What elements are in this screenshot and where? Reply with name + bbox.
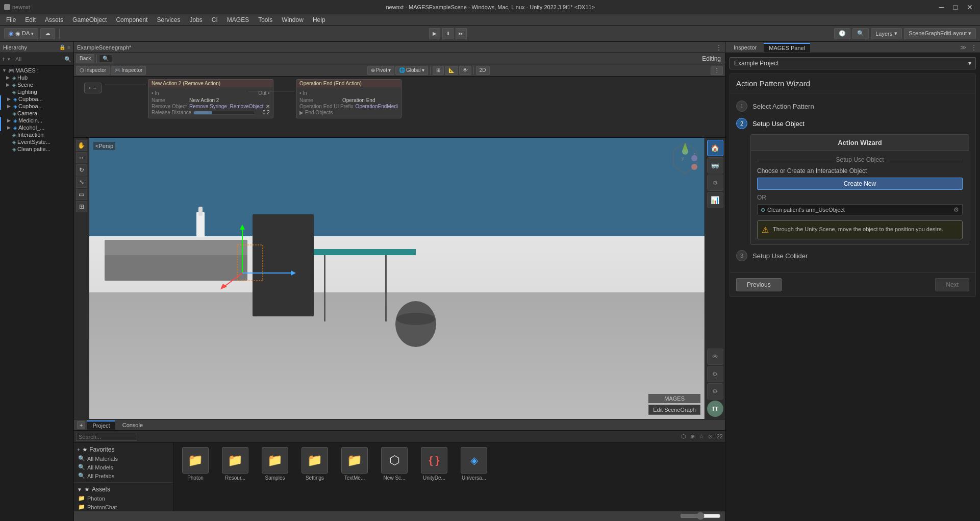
menu-tools[interactable]: Tools bbox=[254, 15, 277, 24]
menu-edit[interactable]: Edit bbox=[21, 15, 40, 24]
play-button[interactable]: ▶ bbox=[429, 28, 440, 39]
tab-console[interactable]: Console bbox=[117, 421, 148, 429]
object-gear-icon[interactable]: ⚙ bbox=[953, 206, 959, 213]
hierarchy-add-icon[interactable]: + bbox=[2, 56, 6, 63]
snap-btn[interactable]: 📐 bbox=[445, 66, 458, 75]
menu-services[interactable]: Services bbox=[153, 15, 184, 24]
analytics-side-btn[interactable]: 📊 bbox=[707, 192, 723, 208]
bottom-add-btn[interactable]: + bbox=[77, 421, 85, 429]
scene-tab-game[interactable]: 🎮 Inspector bbox=[111, 66, 146, 75]
filter-icon[interactable]: ⊕ bbox=[690, 433, 695, 440]
asset-tile-textmesh[interactable]: 📁 TextMe... bbox=[337, 447, 372, 481]
eye-icon[interactable]: ⊙ bbox=[708, 433, 713, 440]
user-avatar[interactable]: TT bbox=[707, 401, 723, 417]
preview-icon[interactable]: ⬡ bbox=[681, 433, 686, 440]
scene-viewport[interactable]: y z x <Persp bbox=[89, 138, 705, 419]
graph-side-btn[interactable]: ⚙ bbox=[707, 175, 723, 191]
layout-dropdown[interactable]: SceneGraphEditLayout ▾ bbox=[904, 28, 976, 39]
node-card-operation-end[interactable]: Operation End (End Action) • In Name Ope… bbox=[296, 79, 401, 118]
tab-inspector[interactable]: Inspector bbox=[728, 43, 762, 52]
asset-photonchat[interactable]: 📁 PhotonChat bbox=[74, 503, 173, 511]
hierarchy-search[interactable] bbox=[12, 54, 62, 64]
create-new-button[interactable]: Create New bbox=[757, 178, 963, 190]
tree-item-lighting[interactable]: ◈ Lighting bbox=[0, 88, 73, 95]
previous-button[interactable]: Previous bbox=[736, 278, 782, 291]
asset-tile-newscript[interactable]: ⬡ New Sc... bbox=[376, 447, 412, 481]
tab-project[interactable]: Project bbox=[87, 420, 115, 430]
tree-item-cupboard2[interactable]: ▶ ◈ Cupboa... bbox=[0, 103, 73, 110]
scene-panel-opts[interactable]: ⋮ bbox=[711, 66, 723, 75]
asset-tile-resources[interactable]: 📁 Resour... bbox=[217, 447, 253, 481]
2d-btn[interactable]: 2D bbox=[476, 66, 490, 75]
right-panel-menu-icon[interactable]: ⋮ bbox=[971, 44, 977, 51]
scale-tool[interactable]: ⤡ bbox=[76, 177, 87, 188]
menu-ci[interactable]: CI bbox=[208, 15, 222, 24]
tree-item-cleanpatient[interactable]: ◈ Clean patie... bbox=[0, 145, 73, 153]
tree-item-alcohol[interactable]: ▶ ◈ Alcohol_... bbox=[0, 124, 73, 131]
tree-item-cupboard1[interactable]: ▶ ◈ Cupboa... bbox=[0, 95, 73, 103]
menu-mages[interactable]: MAGES bbox=[223, 15, 253, 24]
node-remove-icon[interactable]: ✕ bbox=[266, 104, 270, 109]
layers-dropdown[interactable]: Layers ▾ bbox=[871, 28, 902, 39]
project-dropdown[interactable]: Example Project ▾ bbox=[730, 57, 976, 69]
star-icon[interactable]: ☆ bbox=[699, 433, 704, 440]
object-selector[interactable]: ⊕ Clean patient's arm_UseObject ⚙ bbox=[757, 204, 963, 215]
next-button[interactable]: Next bbox=[935, 278, 969, 291]
rotate-tool[interactable]: ↻ bbox=[76, 164, 87, 176]
grid-btn[interactable]: ⊞ bbox=[433, 66, 444, 75]
favorites-header[interactable]: + ★ Favorites bbox=[74, 445, 173, 454]
eye-side-btn[interactable]: 👁 bbox=[707, 349, 723, 365]
tree-item-hub[interactable]: ▶ ◈ Hub bbox=[0, 74, 73, 81]
tree-item-mages[interactable]: ▼ 🎮 MAGES : bbox=[0, 67, 73, 74]
asset-tile-samples[interactable]: 📁 Samples bbox=[257, 447, 293, 481]
pause-button[interactable]: ⏸ bbox=[442, 28, 454, 39]
menu-assets[interactable]: Assets bbox=[41, 15, 67, 24]
minimize-button[interactable]: ─ bbox=[936, 2, 947, 12]
menu-gameobject[interactable]: GameObject bbox=[68, 15, 111, 24]
scene-tab-scene[interactable]: ⬡ Inspector bbox=[76, 66, 110, 75]
tree-item-medicine[interactable]: ▶ ◈ Medicin... bbox=[0, 117, 73, 124]
asset-tile-universal[interactable]: ◈ Universa... bbox=[456, 447, 492, 481]
hierarchy-search-icon[interactable]: 🔍 bbox=[64, 56, 71, 63]
search-button[interactable]: 🔍 bbox=[852, 28, 869, 39]
right-panel-expand-icon[interactable]: ≫ bbox=[960, 44, 967, 51]
asset-tile-unitydefault[interactable]: { } UnityDe... bbox=[416, 447, 452, 481]
menu-component[interactable]: Component bbox=[112, 15, 152, 24]
settings-side-btn[interactable]: ⚙ bbox=[707, 366, 723, 382]
close-button[interactable]: ✕ bbox=[964, 2, 976, 12]
scene-panel-menu[interactable]: ⋮ bbox=[716, 44, 722, 51]
asset-search[interactable] bbox=[76, 433, 137, 441]
node-card-remove-action[interactable]: New Action 2 (Remove Action) • In Out • … bbox=[148, 79, 273, 118]
zoom-slider[interactable] bbox=[680, 512, 721, 520]
vr-side-btn[interactable]: 🥽 bbox=[707, 157, 723, 173]
menu-help[interactable]: Help bbox=[309, 15, 330, 24]
assets-root-header[interactable]: ▼ ★ Assets bbox=[74, 485, 173, 494]
node-start[interactable]: • → bbox=[84, 83, 102, 93]
move-tool[interactable]: ↔ bbox=[76, 152, 87, 163]
asset-tile-photon[interactable]: 📁 Photon bbox=[178, 447, 213, 481]
tree-item-interaction[interactable]: ◈ Interaction bbox=[0, 131, 73, 138]
maximize-button[interactable]: □ bbox=[950, 2, 961, 12]
cloud-button[interactable]: ☁ bbox=[40, 28, 55, 39]
vis-btn[interactable]: 👁 bbox=[459, 66, 471, 75]
pivot-btn[interactable]: ⊕ Pivot ▾ bbox=[367, 66, 394, 75]
hand-tool[interactable]: ✋ bbox=[76, 140, 87, 151]
gear-side-btn[interactable]: ⚙ bbox=[707, 383, 723, 400]
hierarchy-lock-icon[interactable]: 🔒 bbox=[59, 44, 65, 50]
history-button[interactable]: 🕐 bbox=[834, 28, 850, 39]
asset-photon[interactable]: 📁 Photon bbox=[74, 494, 173, 503]
tree-item-camera[interactable]: ◈ Camera bbox=[0, 110, 73, 117]
assets-all-materials[interactable]: 🔍 All Materials bbox=[74, 454, 173, 463]
da-dropdown[interactable]: ◉ ◉ DA ▾ bbox=[4, 28, 38, 39]
hierarchy-menu-icon[interactable]: ≡ bbox=[67, 44, 70, 50]
edit-scenegraph-button[interactable]: Edit SceneGraph bbox=[648, 405, 700, 415]
slider-control[interactable] bbox=[680, 512, 721, 521]
rect-tool[interactable]: ▭ bbox=[76, 189, 87, 200]
global-btn[interactable]: 🌐 Global ▾ bbox=[395, 66, 428, 75]
tree-item-scene[interactable]: ▶ ◈ Scene bbox=[0, 81, 73, 88]
tree-item-eventsystem[interactable]: ◈ EventSyste... bbox=[0, 138, 73, 145]
step-button[interactable]: ⏭ bbox=[456, 28, 467, 39]
assets-all-models[interactable]: 🔍 All Models bbox=[74, 463, 173, 472]
menu-file[interactable]: File bbox=[2, 15, 20, 24]
menu-jobs[interactable]: Jobs bbox=[185, 15, 206, 24]
